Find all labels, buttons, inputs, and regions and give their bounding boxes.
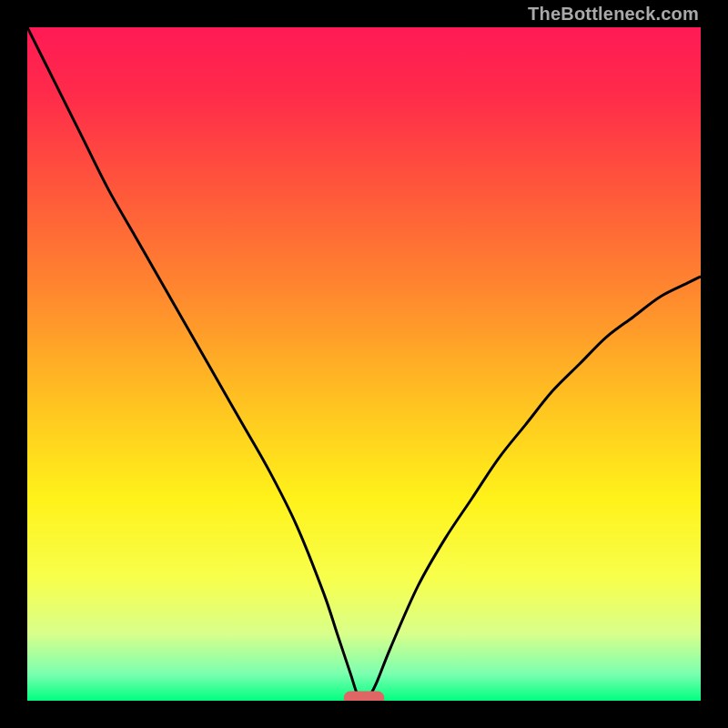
bottleneck-chart <box>27 27 701 701</box>
optimum-marker <box>344 692 384 701</box>
plot-area <box>27 27 701 701</box>
gradient-background <box>27 27 701 701</box>
chart-frame: TheBottleneck.com <box>0 0 728 728</box>
attribution-text: TheBottleneck.com <box>528 4 699 25</box>
